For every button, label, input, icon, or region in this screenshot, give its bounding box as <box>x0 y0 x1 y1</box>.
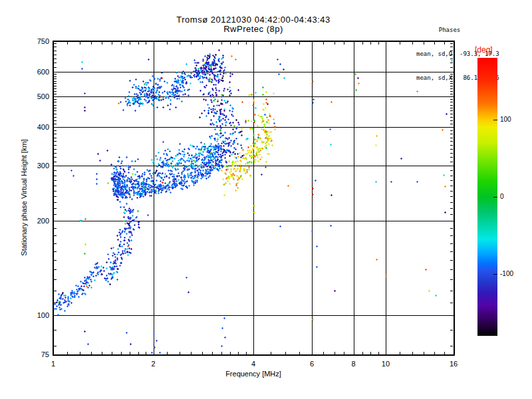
y-axis-tick-right <box>450 202 453 203</box>
x-tick-label-8: 8 <box>344 360 364 368</box>
chart-title: Tromsø 20121030 04:42:00-04:43:43 <box>53 15 454 25</box>
x-axis-tick <box>112 352 112 354</box>
y-axis-tick <box>54 63 57 63</box>
y-axis-tick-right <box>450 162 453 162</box>
y-axis-tick <box>54 176 57 176</box>
x-axis-tick <box>434 352 435 354</box>
y-axis-tick <box>54 102 57 102</box>
y-axis-tick-right <box>448 166 453 166</box>
x-axis-tick-top <box>146 42 146 45</box>
y-axis-tick <box>54 120 57 121</box>
y-axis-tick <box>54 279 57 280</box>
y-axis-tick <box>54 202 57 203</box>
y-axis-tick-right <box>450 55 453 55</box>
y-axis-tick <box>54 130 57 131</box>
x-tick-label-6: 6 <box>302 360 322 368</box>
y-axis-tick <box>54 55 57 55</box>
y-axis-tick-right <box>450 91 453 92</box>
x-axis-tick <box>212 352 213 354</box>
x-axis-tick-top <box>271 42 271 45</box>
y-axis-tick <box>54 94 57 94</box>
y-axis-tick <box>54 346 57 346</box>
y-axis-tick <box>54 83 57 84</box>
x-axis-tick-top <box>246 42 247 45</box>
x-axis-tick-top <box>167 42 168 45</box>
y-axis-tick-right <box>450 117 453 118</box>
y-axis-tick <box>54 303 57 303</box>
colorbar-tick <box>493 197 497 198</box>
x-axis-tick <box>312 349 313 354</box>
y-axis-tick-right <box>450 138 453 138</box>
x-axis-tick-top <box>444 42 445 45</box>
y-axis-tick-right <box>450 291 453 291</box>
x-tick-label-16: 16 <box>444 360 464 368</box>
x-axis-tick <box>285 352 286 354</box>
y-axis-tick <box>54 191 57 192</box>
y-axis-tick-right <box>448 72 453 72</box>
y-axis-tick-right <box>450 43 453 44</box>
y-axis-tick-right <box>450 102 453 102</box>
x-axis-tick <box>67 352 68 354</box>
gridline-y-300 <box>53 166 454 166</box>
x-axis-tick-top <box>238 42 239 45</box>
gridline-y-100 <box>53 315 454 316</box>
y-axis-tick-right <box>448 41 453 42</box>
y-axis-tick-right <box>448 96 453 97</box>
y-axis-tick-right <box>450 99 453 100</box>
y-axis-tick <box>54 260 57 261</box>
y-axis-tick <box>54 124 57 124</box>
x-axis-tick <box>221 352 222 354</box>
x-axis-tick-top <box>386 42 386 47</box>
x-axis-tick <box>91 352 92 354</box>
x-tick-label-2: 2 <box>144 360 164 368</box>
x-axis-tick <box>130 352 130 354</box>
y-axis-tick-right <box>450 279 453 280</box>
y-axis-tick-right <box>448 221 453 221</box>
y-axis-tick-right <box>450 76 453 77</box>
y-axis-tick-right <box>450 243 453 244</box>
x-axis-tick-top <box>370 42 371 45</box>
colorbar-tick <box>493 120 497 120</box>
y-axis-tick <box>54 221 59 221</box>
y-axis-tick <box>54 186 57 186</box>
x-axis-tick-top <box>344 42 344 45</box>
y-axis-tick-right <box>450 114 453 114</box>
y-axis-tick-right <box>450 74 453 74</box>
colorbar-tick-label--100: -100 <box>500 270 527 277</box>
x-axis-tick <box>370 352 371 354</box>
x-axis-tick <box>334 352 335 354</box>
gridline-x-10 <box>386 41 386 354</box>
gridline-x-2 <box>154 41 154 354</box>
x-axis-tick <box>191 352 192 354</box>
y-axis-tick-right <box>450 149 453 150</box>
y-axis-tick-right <box>450 130 453 131</box>
y-tick-label-600: 600 <box>20 68 49 76</box>
x-axis-tick-top <box>221 42 222 45</box>
y-axis-tick-right <box>450 78 453 79</box>
y-axis-tick-right <box>450 235 453 236</box>
x-axis-title: Frequency [MHz] <box>53 370 454 378</box>
y-axis-tick <box>54 153 57 154</box>
x-axis-tick <box>386 349 386 354</box>
x-axis-tick <box>53 349 54 354</box>
x-axis-tick <box>299 352 300 354</box>
y-axis-tick <box>54 91 57 92</box>
x-axis-tick-top <box>400 42 400 45</box>
x-axis-tick <box>238 352 239 354</box>
x-axis-tick-top <box>130 42 130 45</box>
y-axis-tick-right <box>450 81 453 82</box>
y-axis-tick-right <box>450 346 453 346</box>
x-axis-tick <box>253 349 254 354</box>
y-axis-tick <box>54 76 57 77</box>
y-axis-tick-right <box>450 180 453 181</box>
y-axis-tick <box>54 149 57 150</box>
y-axis-tick <box>54 214 57 215</box>
y-axis-tick <box>54 67 57 68</box>
x-axis-tick-top <box>138 42 139 45</box>
y-axis-tick-right <box>450 214 453 215</box>
y-axis-tick <box>54 208 57 209</box>
x-axis-tick <box>146 352 146 354</box>
y-axis-tick <box>54 51 57 51</box>
x-axis-tick <box>454 349 454 354</box>
x-axis-tick-top <box>191 42 192 45</box>
